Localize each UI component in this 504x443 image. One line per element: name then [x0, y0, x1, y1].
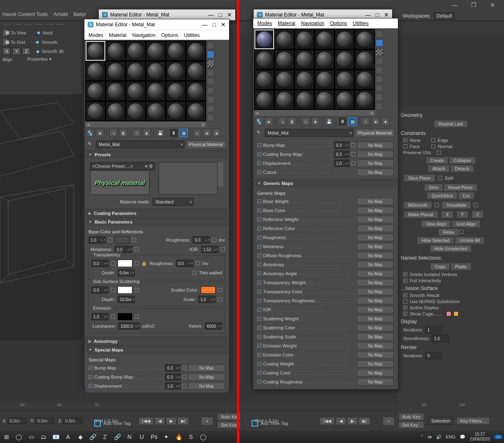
map-slot-button[interactable]: No Map [188, 382, 225, 390]
em-weight-map[interactable] [111, 315, 115, 319]
sss-depth-spinner[interactable]: 10.0m▲▼ [118, 296, 135, 303]
copy-button[interactable]: Copy [431, 263, 450, 270]
reset-plane-button[interactable]: Reset Plane [444, 184, 477, 191]
play-icon[interactable]: ▶ [347, 417, 358, 425]
map-enable-check[interactable] [89, 366, 93, 370]
planar-x[interactable]: X [442, 211, 453, 218]
taskbar-app-icon[interactable]: 📧 [51, 432, 61, 441]
time-tag-icon[interactable] [94, 420, 101, 427]
taskbar-app-icon[interactable]: Ps [149, 432, 159, 441]
sample-slot[interactable] [146, 101, 166, 121]
taskbar-app-icon[interactable]: ⊞ [2, 432, 11, 441]
sample-slot[interactable] [335, 30, 354, 49]
hide-unselected-button[interactable]: Hide Unselected [430, 245, 472, 252]
minimize-icon[interactable]: — [365, 11, 371, 18]
special-maps-rollout[interactable]: ▼Special Maps [85, 346, 228, 354]
generic-maps-rollout[interactable]: ▼Generic Maps [254, 179, 397, 187]
create-button[interactable]: Create [426, 157, 448, 164]
menu-arnold[interactable]: Arnold [54, 11, 68, 17]
maximize-icon[interactable]: □ [213, 21, 216, 28]
scale-spinner[interactable]: 1.0▲▼ [198, 296, 216, 303]
menu-options[interactable]: Options [161, 32, 178, 38]
rew-icon[interactable]: |◀◀ [138, 417, 154, 425]
map-enable-check[interactable] [257, 344, 261, 348]
sample-slot[interactable] [126, 41, 145, 61]
map-enable-check[interactable] [257, 217, 261, 222]
put-lib-icon[interactable]: ◈ [311, 117, 320, 126]
sample-slot[interactable] [355, 90, 375, 110]
video-check-icon[interactable] [376, 66, 383, 74]
luminance-spinner[interactable]: 1500.0▲▼ [118, 322, 140, 330]
properties-dropdown[interactable]: Properties ▾ [27, 57, 51, 62]
slot-scrollbar[interactable]: ◀▶ [85, 121, 206, 127]
taskbar-app-icon[interactable]: ✦ [161, 432, 171, 441]
backlight-icon[interactable] [207, 51, 214, 58]
menu-modes[interactable]: Modes [257, 21, 272, 26]
map-slot-button[interactable]: No Map [357, 225, 394, 232]
map-enable-check[interactable] [257, 317, 261, 321]
y-value[interactable]: 0.0m [35, 418, 54, 424]
menu-navigation[interactable]: Navigation [132, 32, 156, 38]
paste-button[interactable]: Paste [451, 263, 471, 270]
preview-icon[interactable] [207, 87, 214, 94]
map-slot-button[interactable]: No Map [357, 369, 394, 377]
base-weight-map[interactable] [108, 238, 112, 242]
material-name-field[interactable]: Metal_Mat▾ [265, 129, 353, 137]
time-tag-label[interactable]: Add Time Tag [261, 421, 288, 426]
attach-button[interactable]: Attach [428, 165, 449, 172]
time-tag-icon[interactable] [252, 420, 258, 427]
map-slot-button[interactable]: No Map [357, 378, 394, 386]
map-slot-button[interactable]: No Map [357, 216, 394, 223]
key-filters-button[interactable]: Key Filters… [456, 417, 490, 425]
map-slot-button[interactable]: No Map [357, 324, 394, 331]
map-amount-check[interactable] [182, 384, 186, 388]
video-check-icon[interactable] [207, 78, 214, 85]
sample-slot[interactable] [275, 70, 294, 89]
sample-uv-icon[interactable] [207, 69, 214, 76]
background-icon[interactable] [207, 60, 214, 67]
map-slot-button[interactable]: No Map [357, 207, 394, 214]
menu-material[interactable]: Material [109, 32, 127, 38]
map-enable-check[interactable] [257, 290, 261, 294]
show-map-icon[interactable]: ▦ [179, 129, 188, 137]
sample-type-icon[interactable] [207, 42, 214, 49]
map-amount-spinner[interactable]: 1.0▲▼ [334, 160, 350, 167]
tray-wifi-icon[interactable]: 🕪 [427, 434, 432, 439]
sample-uv-icon[interactable] [376, 57, 383, 65]
map-slot-button[interactable]: No Map [357, 198, 394, 205]
go-parent-icon[interactable]: ◈ [372, 117, 380, 126]
maximize-icon[interactable]: □ [219, 11, 222, 18]
sample-slot[interactable] [186, 101, 206, 121]
taskbar-app-icon[interactable]: ▭ [26, 432, 36, 441]
sample-slot[interactable] [254, 90, 274, 110]
make-unique-icon[interactable]: ◇ [133, 129, 141, 137]
put-to-scene-icon[interactable]: ◈ [96, 129, 104, 137]
sample-slot[interactable] [355, 50, 375, 69]
sample-slot[interactable] [275, 90, 294, 110]
go-parent-icon[interactable]: ◈ [203, 129, 211, 137]
sample-slot[interactable] [295, 30, 314, 49]
put-lib-icon[interactable]: ◈ [143, 129, 151, 137]
material-id-icon[interactable]: 0 [338, 117, 347, 126]
map-amount-check[interactable] [351, 161, 355, 165]
sample-slot[interactable] [146, 41, 166, 61]
map-enable-check[interactable] [257, 208, 261, 212]
menu-utilities[interactable]: Utilities [184, 32, 200, 38]
eyedropper-icon[interactable]: ✎ [88, 141, 94, 148]
taskbar-app-icon[interactable]: 🔥 [174, 432, 184, 441]
em-color-map[interactable] [135, 315, 139, 319]
map-slot-button[interactable]: No Map [357, 360, 394, 368]
scatter-color-map[interactable] [218, 288, 222, 292]
relax-button[interactable]: Relax [439, 229, 459, 235]
menu-utilities[interactable]: Utilities [353, 21, 369, 26]
map-slot-button[interactable]: No Map [357, 297, 394, 304]
set-key-button[interactable]: Set Key [399, 421, 425, 429]
sample-slot[interactable] [335, 50, 354, 69]
sample-slot[interactable] [86, 61, 105, 81]
taskbar-app-icon[interactable]: 🔗 [88, 432, 98, 441]
sample-slot[interactable] [166, 61, 186, 81]
render-iter-spinner[interactable]: 0 [425, 352, 443, 359]
map-amount-check[interactable] [351, 143, 355, 147]
settings-icon[interactable] [376, 103, 383, 110]
map-enable-check[interactable] [257, 253, 261, 258]
